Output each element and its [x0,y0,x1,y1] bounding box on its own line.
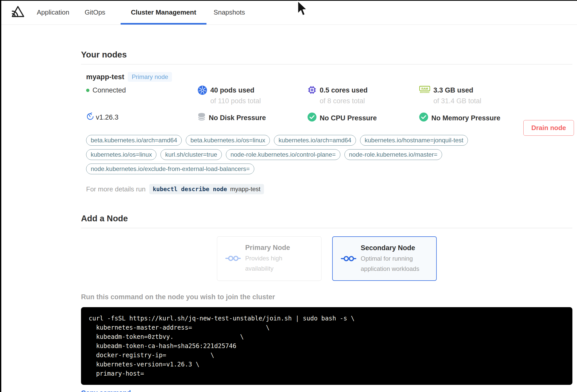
tab-application-label: Application [37,8,69,16]
cores-used: 0.5 cores used [320,86,368,95]
node-name-row: myapp-test Primary node [86,72,572,82]
cores-stat-text: 0.5 cores used of 8 cores total [320,86,368,105]
node-label-pill: node-role.kubernetes.io/control-plane= [226,149,340,160]
tab-application[interactable]: Application [37,0,69,25]
disk-pressure-label: No Disk Pressure [209,113,266,122]
svg-text:RAM: RAM [421,87,428,90]
sentry-triangle-logo-icon [11,5,25,20]
node-label-pill: node.kubernetes.io/exclude-from-external… [86,164,254,174]
node-type-options: Primary Node Provides high availability … [81,236,572,281]
your-nodes-title: Your nodes [81,50,572,59]
window-left-edge [0,0,1,392]
tab-snapshots[interactable]: Snapshots [214,0,245,25]
node-details-line: For more details run kubectl describe no… [86,184,572,194]
node-card: myapp-test Primary node Connected [81,64,572,194]
memory-total: of 31.4 GB total [433,97,481,105]
node-name: myapp-test [86,73,124,81]
code-line: kubeadm-token=0ztbvy. \ [89,332,565,341]
primary-node-option-title: Primary Node [245,244,309,252]
pods-total: of 110 pods total [210,97,261,105]
code-line: kubeadm-token-ca-hash=sha256:221d25746 [89,341,565,351]
secondary-node-option-text: Secondary Node Optimal for running appli… [361,243,425,274]
main-content: Your nodes myapp-test Primary node Conne… [81,50,572,392]
top-navbar: Application GitOps Cluster Management Sn… [0,0,577,25]
pods-stat: 40 pods used of 110 pods total [198,86,307,105]
check-circle-icon [307,112,317,124]
cpu-pressure-label: No CPU Pressure [320,114,377,122]
disk-pressure-condition: No Disk Pressure [198,112,307,123]
primary-node-option[interactable]: Primary Node Provides high availability [217,236,321,281]
code-line: docker-registry-ip= \ [89,351,565,360]
memory-used: 3.3 GB used [433,86,481,95]
copy-command-link[interactable]: Copy command [81,389,131,392]
node-conditions-row: v1.26.3 No Disk Pressure [86,112,572,124]
cpu-chip-icon [307,85,317,96]
window-top-edge [0,0,577,1]
join-command-code-block: curl -fsSL https://kurl.sh/jq-new-test-u… [81,307,572,385]
join-command-instruction: Run this command on the node you wish to… [81,293,572,301]
node-label-pill: beta.kubernetes.io/os=linux [186,135,270,146]
node-version-label: v1.26.3 [96,113,119,121]
node-usage-row: Connected [86,86,572,105]
node-label-pill: node-role.kubernetes.io/master= [344,149,442,160]
secondary-node-option-title: Secondary Node [361,244,425,252]
database-disk-icon [198,112,206,123]
update-circular-arrow-icon [86,112,94,122]
kubectl-command-chip: kubectl describe node myapp-test [149,184,264,194]
your-nodes-section: Your nodes myapp-test Primary node Conne… [81,50,572,194]
cores-stat: 0.5 cores used of 8 cores total [307,86,419,105]
check-circle-icon [419,112,428,124]
add-node-section: Add a Node Primary Node Provides high av… [81,214,572,392]
cores-total: of 8 cores total [320,97,368,105]
code-line: kubernetes-version=v1.26.3 \ [89,360,565,369]
memory-pressure-label: No Memory Pressure [431,114,500,122]
node-labels: beta.kubernetes.io/arch=amd64 beta.kuber… [86,135,490,174]
linked-nodes-icon [225,255,241,274]
node-label-pill: kurl.sh/cluster=true [160,149,222,160]
tab-cluster-management[interactable]: Cluster Management [121,0,206,25]
node-label-pill: kubernetes.io/arch=amd64 [274,135,356,146]
primary-node-option-text: Primary Node Provides high availability [245,243,309,274]
node-label-pill: kubernetes.io/os=linux [86,149,156,160]
kubectl-command: kubectl describe node [153,186,227,192]
add-node-title: Add a Node [81,214,572,223]
secondary-node-option-description: Optimal for running application workload… [361,253,425,274]
node-label-pill: kubernetes.io/hostname=jonquil-test [360,135,468,146]
node-version: v1.26.3 [86,112,198,122]
tab-gitops[interactable]: GitOps [85,0,105,25]
code-line: primary-host= [89,369,565,378]
tab-gitops-label: GitOps [85,8,105,16]
kubectl-command-node: myapp-test [230,186,260,193]
mouse-cursor-icon [296,1,308,18]
cpu-pressure-condition: No CPU Pressure [307,112,419,124]
tab-snapshots-label: Snapshots [214,8,245,16]
node-label-pill: beta.kubernetes.io/arch=amd64 [86,135,182,146]
node-status: Connected [86,86,198,95]
linked-nodes-icon [340,255,357,274]
code-line: curl -fsSL https://kurl.sh/jq-new-test-u… [89,314,565,323]
node-status-label: Connected [93,86,126,95]
tab-cluster-management-label: Cluster Management [131,8,196,16]
memory-stat-text: 3.3 GB used of 31.4 GB total [433,86,481,105]
memory-stat: RAM 3.3 GB used of 31.4 GB total [419,86,572,105]
pods-used: 40 pods used [210,86,261,95]
nav-tabs: Application GitOps Cluster Management Sn… [37,0,260,25]
kubernetes-pods-icon [198,85,207,96]
section-divider [81,228,572,228]
drain-node-button[interactable]: Drain node [523,120,574,136]
ram-stick-icon: RAM [419,85,430,95]
connected-dot-icon [86,89,89,92]
details-prefix: For more details run [86,185,146,193]
primary-node-option-description: Provides high availability [245,253,309,274]
primary-node-badge: Primary node [128,72,172,82]
code-line: kubernetes-master-address= \ [89,323,565,332]
pods-stat-text: 40 pods used of 110 pods total [210,86,261,105]
secondary-node-option[interactable]: Secondary Node Optimal for running appli… [332,236,437,281]
app-logo[interactable] [11,0,25,25]
